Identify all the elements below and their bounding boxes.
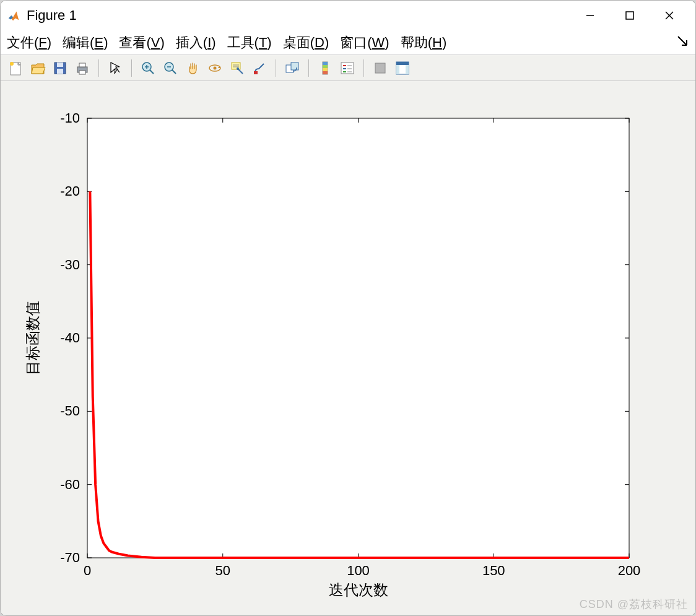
svg-rect-46 <box>87 118 629 558</box>
svg-rect-26 <box>254 71 258 74</box>
svg-line-13 <box>150 70 154 74</box>
hide-plot-tools-button[interactable] <box>370 58 390 78</box>
close-button[interactable] <box>650 1 689 30</box>
show-plot-tools-button[interactable] <box>393 58 412 78</box>
svg-rect-7 <box>57 63 63 67</box>
svg-rect-8 <box>57 69 63 74</box>
toolbar-separator <box>131 59 132 77</box>
svg-text:150: 150 <box>482 563 505 578</box>
svg-rect-21 <box>232 63 240 69</box>
svg-rect-32 <box>323 68 328 71</box>
toolbar-separator <box>276 59 276 77</box>
svg-rect-31 <box>323 65 328 68</box>
plot-area[interactable]: 050100150200-10-20-30-40-50-60-70迭代次数目标函… <box>1 81 695 615</box>
svg-text:-10: -10 <box>60 110 80 126</box>
save-button[interactable] <box>50 58 70 78</box>
open-button[interactable] <box>28 58 48 78</box>
svg-rect-10 <box>79 63 85 67</box>
svg-text:0: 0 <box>84 563 91 578</box>
svg-text:-20: -20 <box>60 183 80 199</box>
svg-rect-44 <box>396 65 399 74</box>
svg-text:100: 100 <box>347 563 370 578</box>
menu-edit[interactable]: 编辑(E) <box>63 33 108 52</box>
zoom-out-button[interactable] <box>160 58 180 78</box>
menu-desktop[interactable]: 桌面(D) <box>283 33 329 52</box>
edit-plot-button[interactable] <box>105 58 125 78</box>
menu-window[interactable]: 窗口(W) <box>340 33 389 52</box>
new-figure-button[interactable] <box>6 58 25 78</box>
brush-button[interactable] <box>250 58 269 78</box>
minimize-button[interactable] <box>570 1 610 30</box>
svg-rect-1 <box>626 12 633 19</box>
menu-tools[interactable]: 工具(T) <box>227 33 272 52</box>
svg-text:200: 200 <box>618 563 641 578</box>
pan-button[interactable] <box>183 58 202 78</box>
maximize-button[interactable] <box>610 1 650 30</box>
menu-file[interactable]: 文件(F) <box>7 33 51 52</box>
axes[interactable]: 050100150200-10-20-30-40-50-60-70迭代次数目标函… <box>1 81 695 615</box>
dock-arrow-icon[interactable] <box>677 35 688 46</box>
rotate-3d-button[interactable] <box>205 58 225 78</box>
data-cursor-button[interactable] <box>227 58 247 78</box>
svg-point-20 <box>214 66 217 69</box>
print-button[interactable] <box>72 58 92 78</box>
figure-window: Figure 1 文件(F) 编辑(E) 查看(V) 插入(I) 工具(T) 桌… <box>0 0 696 616</box>
svg-text:迭代次数: 迭代次数 <box>329 582 388 598</box>
toolbar-separator <box>363 59 364 77</box>
svg-text:目标函数值: 目标函数值 <box>25 301 41 375</box>
svg-rect-43 <box>396 62 409 65</box>
svg-text:-60: -60 <box>60 477 80 492</box>
svg-text:50: 50 <box>215 563 230 578</box>
svg-rect-11 <box>79 71 85 74</box>
svg-rect-41 <box>375 63 385 73</box>
insert-colorbar-button[interactable] <box>315 58 335 78</box>
menu-view[interactable]: 查看(V) <box>119 33 164 52</box>
svg-text:-40: -40 <box>60 330 80 345</box>
svg-text:-50: -50 <box>60 403 80 419</box>
menubar: 文件(F) 编辑(E) 查看(V) 插入(I) 工具(T) 桌面(D) 窗口(W… <box>1 30 695 55</box>
toolbar-separator <box>308 59 309 77</box>
svg-line-17 <box>172 70 176 74</box>
svg-rect-33 <box>323 71 328 74</box>
toolbar <box>1 55 695 81</box>
matlab-icon <box>7 9 20 22</box>
svg-text:-70: -70 <box>60 550 80 565</box>
zoom-in-button[interactable] <box>138 58 158 78</box>
svg-point-25 <box>237 67 239 70</box>
svg-text:-30: -30 <box>60 257 80 272</box>
link-data-button[interactable] <box>282 58 302 78</box>
watermark-text: CSDN @荔枝科研社 <box>580 597 688 612</box>
window-title: Figure 1 <box>27 7 77 24</box>
svg-rect-28 <box>291 63 298 70</box>
toolbar-separator <box>98 59 99 77</box>
svg-rect-30 <box>323 62 328 65</box>
svg-point-5 <box>10 62 14 66</box>
menu-insert[interactable]: 插入(I) <box>176 33 216 52</box>
window-controls <box>570 1 689 30</box>
menu-help[interactable]: 帮助(H) <box>401 33 447 52</box>
titlebar: Figure 1 <box>1 1 695 30</box>
insert-legend-button[interactable] <box>337 58 357 78</box>
svg-rect-45 <box>406 65 409 74</box>
